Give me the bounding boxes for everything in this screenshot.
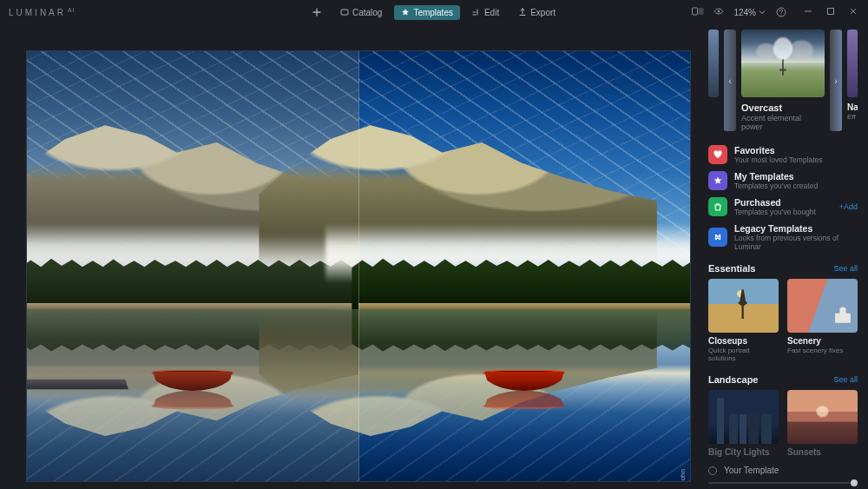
category-subtitle: Templates you've created [734,182,818,190]
section-essentials: Essentials See all Closeups Quick portra… [708,263,858,362]
export-label: Export [530,8,556,17]
zoom-value: 124% [733,8,756,17]
slider-knob[interactable] [851,479,858,486]
templates-icon [401,8,410,17]
section-title: Essentials [708,263,755,274]
tile-bigcity[interactable]: Big City Lights [708,390,779,457]
templates-tab[interactable]: Templates [394,5,460,20]
category-title: My Templates [734,171,818,182]
preview-icon[interactable] [713,7,723,17]
minimize-icon[interactable] [804,7,814,17]
heart-icon [708,145,727,164]
panel-footer: Your Template [708,457,858,489]
category-title: Purchased [734,197,816,208]
tile-closeups[interactable]: Closeups Quick portrait solutions [708,279,779,362]
svg-rect-5 [828,9,834,15]
template-indicator-icon [708,466,717,475]
plus-icon [312,8,321,17]
see-all-link[interactable]: See all [833,375,858,384]
tile-thumb [708,390,779,444]
add-button[interactable] [306,5,328,20]
carousel-subtitle: Accent elemental power [741,114,825,131]
category-title: Legacy Templates [734,223,858,234]
templates-label: Templates [413,8,453,17]
edit-icon [472,8,481,17]
svg-point-3 [718,10,720,13]
compare-icon[interactable] [692,7,702,17]
top-bar: LUMINARAI Catalog Templates Edit Export … [0,0,868,24]
category-my-templates[interactable]: My TemplatesTemplates you've created [708,171,858,190]
window-controls [804,7,859,17]
category-purchased[interactable]: PurchasedTemplates you've bought +Add [708,197,858,216]
tile-title: Scenery [787,336,858,346]
maximize-icon[interactable] [826,7,837,17]
section-landscape: Landscape See all Big City Lights Sunset… [708,374,858,457]
tile-title: Closeups [708,336,779,346]
bag-icon [708,197,727,216]
app-suffix: AI [68,7,76,13]
category-subtitle: Templates you've bought [734,208,816,216]
carousel-peek-left[interactable] [708,30,719,131]
viewer: © Silverjohn [0,24,703,489]
app-logo: LUMINARAI [9,7,76,17]
carousel-next[interactable]: › [830,30,842,131]
section-title: Landscape [708,374,758,385]
edit-tab[interactable]: Edit [465,5,506,20]
tile-title: Big City Lights [708,447,779,457]
catalog-icon [340,8,349,17]
close-icon[interactable] [849,7,859,17]
carousel-thumb [741,30,825,97]
export-tab[interactable]: Export [511,5,562,20]
category-list: FavoritesYour most loved Templates My Te… [708,145,858,251]
tile-thumb [708,279,779,333]
compare-after [358,51,690,481]
tile-subtitle: Fast scenery fixes [787,347,858,354]
svg-rect-2 [699,8,704,15]
carousel-peek-right[interactable]: Na Eff [847,30,858,131]
compare-divider[interactable] [358,51,359,481]
add-link[interactable]: +Add [839,202,858,211]
image-credit: © Silverjohn [679,469,687,482]
catalog-label: Catalog [352,8,382,17]
category-legacy[interactable]: Legacy TemplatesLooks from previous vers… [708,223,858,251]
tile-title: Sunsets [787,447,858,457]
main: © Silverjohn ‹ Overcast Accent elemental… [0,24,868,489]
image-canvas[interactable]: © Silverjohn [26,50,691,482]
chevron-down-icon [759,9,766,16]
catalog-tab[interactable]: Catalog [333,5,389,20]
tile-sunsets[interactable]: Sunsets [787,390,858,457]
category-favorites[interactable]: FavoritesYour most loved Templates [708,145,858,164]
category-subtitle: Looks from previous versions of Luminar [734,234,858,251]
star-icon [708,171,727,190]
footer-label: Your Template [724,466,779,475]
carousel-title: Overcast [741,102,825,113]
see-all-link[interactable]: See all [833,264,858,273]
tile-thumb [787,390,858,444]
zoom-control[interactable]: 124% [733,8,766,17]
app-name: LUMINAR [9,8,66,17]
intensity-slider[interactable] [708,482,858,484]
help-icon[interactable] [776,7,786,17]
edit-label: Edit [484,8,499,17]
top-right: 124% [692,7,859,17]
legacy-icon [708,228,727,247]
compare-before [27,51,358,481]
tile-subtitle: Quick portrait solutions [708,347,779,362]
carousel-card-overcast[interactable]: Overcast Accent elemental power [741,30,825,131]
tile-thumb [787,279,858,333]
svg-rect-0 [341,10,348,15]
category-title: Favorites [734,145,823,155]
tile-scenery[interactable]: Scenery Fast scenery fixes [787,279,858,362]
carousel-prev[interactable]: ‹ [724,30,736,131]
svg-rect-1 [693,8,698,15]
template-carousel: ‹ Overcast Accent elemental power › Na E… [708,30,858,131]
export-icon [518,8,527,17]
category-subtitle: Your most loved Templates [734,155,823,164]
templates-panel: ‹ Overcast Accent elemental power › Na E… [703,24,868,489]
